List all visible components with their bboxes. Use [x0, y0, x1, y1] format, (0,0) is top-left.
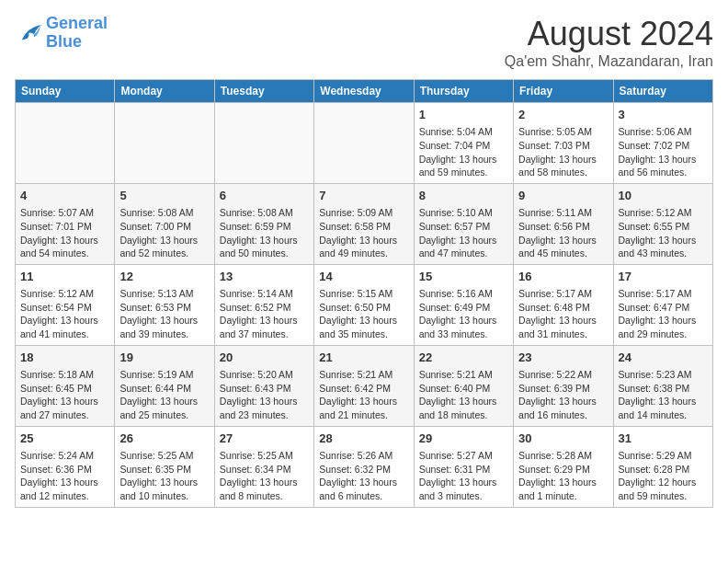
cell-info-line: and 31 minutes.: [518, 327, 608, 341]
cell-info-line: Sunset: 6:42 PM: [319, 382, 408, 396]
calendar-cell: 14Sunrise: 5:15 AMSunset: 6:50 PMDayligh…: [314, 264, 414, 345]
day-number: 16: [518, 269, 608, 285]
calendar-cell: 19Sunrise: 5:19 AMSunset: 6:44 PMDayligh…: [115, 345, 214, 426]
day-number: 21: [319, 350, 408, 366]
cell-info-line: Sunrise: 5:07 AM: [20, 206, 109, 220]
cell-info-line: Sunrise: 5:06 AM: [619, 125, 708, 139]
calendar-week-3: 11Sunrise: 5:12 AMSunset: 6:54 PMDayligh…: [16, 264, 713, 345]
day-number: 22: [419, 350, 508, 366]
cell-info-line: Sunset: 6:53 PM: [119, 301, 209, 315]
calendar-cell: 2Sunrise: 5:05 AMSunset: 7:03 PMDaylight…: [514, 103, 613, 184]
calendar-cell: 10Sunrise: 5:12 AMSunset: 6:55 PMDayligh…: [613, 183, 712, 264]
cell-info-line: Daylight: 13 hours: [518, 234, 608, 247]
calendar-cell: 12Sunrise: 5:13 AMSunset: 6:53 PMDayligh…: [115, 264, 214, 345]
cell-info-line: Daylight: 13 hours: [20, 234, 109, 247]
cell-info-line: Daylight: 13 hours: [619, 314, 708, 327]
cell-info-line: and 33 minutes.: [419, 327, 508, 341]
day-number: 15: [419, 269, 508, 285]
calendar-cell: 8Sunrise: 5:10 AMSunset: 6:57 PMDaylight…: [414, 183, 513, 264]
cell-info-line: Daylight: 13 hours: [518, 476, 608, 489]
cell-info-line: Daylight: 13 hours: [220, 314, 309, 327]
cell-info-line: and 37 minutes.: [220, 327, 309, 341]
cell-info-line: Sunset: 6:55 PM: [619, 220, 708, 234]
cell-info-line: Daylight: 13 hours: [419, 476, 508, 489]
calendar-cell: 20Sunrise: 5:20 AMSunset: 6:43 PMDayligh…: [214, 345, 313, 426]
cell-info-line: Sunrise: 5:09 AM: [319, 206, 408, 220]
calendar-cell: 21Sunrise: 5:21 AMSunset: 6:42 PMDayligh…: [314, 345, 414, 426]
cell-info-line: Sunrise: 5:21 AM: [419, 368, 508, 382]
cell-info-line: and 59 minutes.: [419, 166, 508, 179]
cell-info-line: Daylight: 12 hours: [619, 476, 708, 489]
cell-info-line: Sunrise: 5:15 AM: [319, 287, 408, 301]
cell-info-line: Sunrise: 5:26 AM: [319, 449, 408, 463]
col-thursday: Thursday: [414, 80, 513, 103]
cell-info-line: Sunset: 6:38 PM: [619, 382, 708, 396]
calendar-cell: 15Sunrise: 5:16 AMSunset: 6:49 PMDayligh…: [414, 264, 513, 345]
day-number: 10: [619, 188, 708, 204]
calendar-cell: 29Sunrise: 5:27 AMSunset: 6:31 PMDayligh…: [414, 426, 513, 507]
cell-info-line: Sunset: 6:43 PM: [220, 382, 309, 396]
logo: General Blue: [15, 15, 108, 52]
calendar-cell: 25Sunrise: 5:24 AMSunset: 6:36 PMDayligh…: [16, 426, 115, 507]
cell-info-line: and 27 minutes.: [20, 408, 109, 422]
cell-info-line: Sunset: 6:36 PM: [20, 463, 109, 477]
cell-info-line: Sunrise: 5:13 AM: [119, 287, 209, 301]
cell-info-line: and 14 minutes.: [619, 408, 708, 422]
calendar-cell: 18Sunrise: 5:18 AMSunset: 6:45 PMDayligh…: [16, 345, 115, 426]
calendar-cell: 3Sunrise: 5:06 AMSunset: 7:02 PMDaylight…: [613, 103, 712, 184]
cell-info-line: and 12 minutes.: [20, 489, 109, 503]
calendar-cell: 23Sunrise: 5:22 AMSunset: 6:39 PMDayligh…: [514, 345, 613, 426]
cell-info-line: Daylight: 13 hours: [619, 153, 708, 167]
calendar-table: Sunday Monday Tuesday Wednesday Thursday…: [15, 79, 713, 508]
location-subtitle: Qa'em Shahr, Mazandaran, Iran: [505, 53, 713, 70]
day-number: 6: [220, 188, 309, 204]
day-number: 2: [518, 107, 608, 123]
day-number: 9: [518, 188, 608, 204]
cell-info-line: Sunset: 7:03 PM: [518, 139, 608, 153]
col-saturday: Saturday: [613, 80, 712, 103]
cell-info-line: and 39 minutes.: [119, 327, 209, 341]
cell-info-line: Sunset: 7:01 PM: [20, 220, 109, 234]
cell-info-line: Daylight: 13 hours: [319, 234, 408, 247]
cell-info-line: Sunrise: 5:25 AM: [220, 449, 309, 463]
title-block: August 2024 Qa'em Shahr, Mazandaran, Ira…: [505, 15, 713, 70]
calendar-cell: 4Sunrise: 5:07 AMSunset: 7:01 PMDaylight…: [16, 183, 115, 264]
cell-info-line: and 50 minutes.: [220, 247, 309, 260]
cell-info-line: Sunset: 7:02 PM: [619, 139, 708, 153]
calendar-cell: 24Sunrise: 5:23 AMSunset: 6:38 PMDayligh…: [613, 345, 712, 426]
cell-info-line: Sunset: 6:31 PM: [419, 463, 508, 477]
cell-info-line: and 3 minutes.: [419, 489, 508, 503]
cell-info-line: and 8 minutes.: [220, 489, 309, 503]
cell-info-line: Sunset: 6:28 PM: [619, 463, 708, 477]
col-tuesday: Tuesday: [214, 80, 313, 103]
calendar-cell: 28Sunrise: 5:26 AMSunset: 6:32 PMDayligh…: [314, 426, 414, 507]
cell-info-line: Daylight: 13 hours: [518, 314, 608, 327]
cell-info-line: Sunset: 7:04 PM: [419, 139, 508, 153]
cell-info-line: Daylight: 13 hours: [619, 234, 708, 247]
cell-info-line: Sunset: 6:58 PM: [319, 220, 408, 234]
day-number: 26: [119, 431, 209, 447]
cell-info-line: Daylight: 13 hours: [20, 314, 109, 327]
calendar-cell: 30Sunrise: 5:28 AMSunset: 6:29 PMDayligh…: [514, 426, 613, 507]
calendar-cell: 31Sunrise: 5:29 AMSunset: 6:28 PMDayligh…: [613, 426, 712, 507]
day-number: 19: [119, 350, 209, 366]
calendar-cell: [314, 103, 414, 184]
day-number: 28: [319, 431, 408, 447]
day-number: 27: [220, 431, 309, 447]
cell-info-line: and 18 minutes.: [419, 408, 508, 422]
cell-info-line: Sunset: 6:34 PM: [220, 463, 309, 477]
cell-info-line: Sunrise: 5:23 AM: [619, 368, 708, 382]
calendar-cell: 13Sunrise: 5:14 AMSunset: 6:52 PMDayligh…: [214, 264, 313, 345]
cell-info-line: Sunrise: 5:20 AM: [220, 368, 309, 382]
cell-info-line: and 59 minutes.: [619, 489, 708, 503]
day-number: 5: [119, 188, 209, 204]
cell-info-line: Sunset: 6:56 PM: [518, 220, 608, 234]
calendar-cell: 1Sunrise: 5:04 AMSunset: 7:04 PMDaylight…: [414, 103, 513, 184]
cell-info-line: Sunrise: 5:08 AM: [220, 206, 309, 220]
cell-info-line: Sunrise: 5:16 AM: [419, 287, 508, 301]
calendar-week-4: 18Sunrise: 5:18 AMSunset: 6:45 PMDayligh…: [16, 345, 713, 426]
cell-info-line: Daylight: 13 hours: [119, 476, 209, 489]
cell-info-line: Sunset: 6:50 PM: [319, 301, 408, 315]
cell-info-line: Sunset: 6:54 PM: [20, 301, 109, 315]
cell-info-line: Sunrise: 5:05 AM: [518, 125, 608, 139]
